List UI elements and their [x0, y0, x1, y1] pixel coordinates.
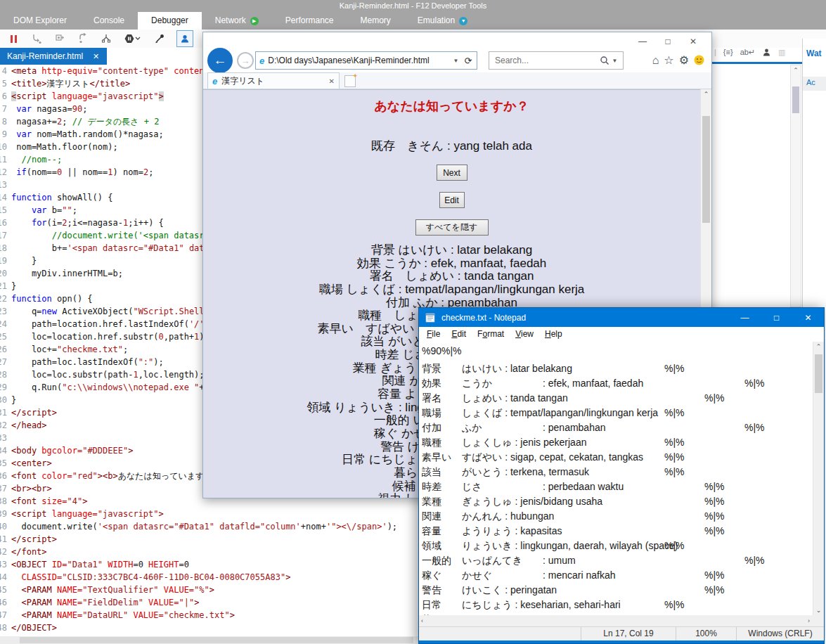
kanji-list-item: 職場 しょくば : tempat/lapangan/lingkungan ker…	[203, 283, 700, 297]
devtools-tab-memory[interactable]: Memory	[347, 12, 404, 30]
scrollbar-thumb[interactable]	[702, 116, 710, 223]
line-number: 14	[0, 191, 7, 204]
menu-edit[interactable]: Edit	[446, 327, 472, 342]
close-icon[interactable]: ✕	[329, 77, 335, 85]
editor-vertical-scrollbar[interactable]: ⌃	[790, 65, 801, 307]
scrollbar-thumb[interactable]	[20, 637, 413, 643]
add-watch-row[interactable]: Ac	[803, 77, 826, 91]
field-delimiter-marker: %|%	[704, 583, 725, 598]
chevron-right-icon[interactable]: ›	[808, 617, 810, 624]
maximize-icon[interactable]: □	[761, 308, 792, 327]
maximize-icon[interactable]: □	[655, 34, 680, 49]
address-text[interactable]: D:\Old days\Japanese\Kanji-Reminder.html	[264, 56, 451, 65]
row-kanji: 一般的	[422, 553, 451, 568]
field-delimiter-marker: %|%	[664, 435, 685, 450]
devtools-tab-bar: DOM ExplorerConsoleDebuggerNetwork▶Perfo…	[0, 12, 826, 30]
chevron-left-icon[interactable]: ‹	[421, 617, 423, 624]
next-button[interactable]: Next	[437, 165, 467, 181]
back-button[interactable]: ←	[207, 48, 233, 73]
row-kanji: 容量	[422, 524, 441, 539]
notepad-row: 背景はいけい : latar belakang%|%	[419, 361, 813, 376]
notepad-horizontal-scrollbar[interactable]: ‹ ›	[419, 615, 824, 626]
search-icon[interactable]	[600, 56, 609, 65]
search-box[interactable]: Search... ▼	[489, 51, 624, 70]
menu-file[interactable]: File	[421, 327, 446, 342]
row-kanji: 業種	[422, 494, 441, 509]
notepad-text-area[interactable]: %90%|% 背景はいけい : latar belakang%|%効果こうか: …	[419, 342, 813, 615]
notepad-row: 関連かんれん : hubungan%|%	[419, 509, 813, 524]
row-reading: しょくしゅ : jenis pekerjaan	[462, 435, 586, 450]
home-icon[interactable]: ⌂	[652, 54, 659, 67]
chevron-up-icon[interactable]: ⌃	[813, 343, 824, 350]
line-number: 32	[0, 419, 7, 432]
favorites-star-icon[interactable]: ☆	[664, 53, 673, 67]
field-delimiter-marker: %|%	[704, 568, 725, 583]
menu-format[interactable]: Format	[472, 327, 510, 342]
break-pause-icon[interactable]	[7, 32, 20, 45]
settings-gear-icon[interactable]: ⚙	[679, 53, 689, 67]
step-over-icon[interactable]	[53, 32, 66, 45]
chevron-up-icon[interactable]: ⌃	[791, 67, 801, 74]
forward-button[interactable]: →	[237, 52, 254, 69]
close-icon[interactable]: ✕	[680, 34, 706, 49]
line-number: 22	[0, 292, 7, 305]
search-placeholder[interactable]: Search...	[495, 56, 529, 65]
ie-quick-icons: ⌂ ☆ ⚙	[652, 53, 704, 67]
accent-underline	[712, 62, 802, 64]
line-number: 20	[0, 267, 7, 280]
devtools-tab-network[interactable]: Network▶	[202, 12, 272, 30]
devtools-tab-console[interactable]: Console	[80, 12, 138, 30]
line-number: 37	[0, 482, 7, 495]
edit-button[interactable]: Edit	[439, 192, 465, 208]
chevron-down-icon[interactable]: ⌄	[813, 607, 824, 614]
notepad-vertical-scrollbar[interactable]: ⌃ ⌄	[813, 342, 824, 615]
field-delimiter-marker: %|%	[704, 391, 725, 406]
new-tab-button[interactable]: ✦	[344, 75, 356, 87]
scrollbar-thumb[interactable]	[815, 354, 822, 393]
menu-help[interactable]: Help	[539, 327, 568, 342]
chevron-up-icon[interactable]: ⌃	[701, 91, 711, 98]
refres h-icon[interactable]: ⟳	[461, 56, 475, 66]
line-number: 18	[0, 242, 7, 255]
notepad-row: 素早いすばやい : sigap, cepat, cekatan, tangkas…	[419, 450, 813, 465]
step-out-icon[interactable]	[77, 32, 89, 45]
pin-source-icon[interactable]	[153, 32, 166, 45]
file-tab-kanji-reminder[interactable]: Kanji-Reminder.html ✕	[0, 48, 107, 65]
menu-view[interactable]: View	[510, 327, 539, 342]
minimize-icon[interactable]: —	[630, 34, 655, 49]
tab-label: Memory	[360, 12, 390, 30]
devtools-tab-dom-explorer[interactable]: DOM Explorer	[0, 12, 80, 30]
ie-tab-icon: e	[212, 77, 217, 86]
exception-settings-icon[interactable]	[123, 32, 143, 45]
line-number: 31	[0, 406, 7, 419]
field-delimiter-marker: %|%	[744, 420, 765, 435]
notepad-row: 時差じさ: perbedaan waktu%|%	[419, 479, 813, 494]
just-my-code-icon[interactable]	[176, 30, 193, 47]
minimize-icon[interactable]: —	[729, 308, 761, 327]
hide-all-button[interactable]: すべてを隠す	[415, 219, 489, 236]
file-tab-label: Kanji-Reminder.html	[7, 51, 83, 61]
break-on-new-worker-icon[interactable]	[100, 32, 112, 45]
line-number: 28	[0, 368, 7, 381]
kanji-list-item: 効果 こうか : efek, manfaat, faedah	[203, 257, 700, 271]
row-reading: しょくば : tempat/lapangan/lingkungan kerja	[462, 406, 658, 420]
field-delimiter-marker: %|%	[664, 450, 685, 465]
scrollbar-thumb[interactable]	[792, 86, 799, 113]
field-delimiter-marker: %|%	[744, 553, 765, 568]
chevron-down-icon[interactable]: ▼	[451, 58, 461, 64]
close-icon[interactable]: ✕	[93, 52, 99, 61]
browser-tab[interactable]: e 漢字リスト ✕	[207, 72, 340, 89]
smiley-feedback-icon[interactable]	[694, 55, 704, 65]
just-my-code-icon[interactable]	[762, 48, 771, 57]
line-number: 41	[0, 533, 7, 546]
word-wrap-icon[interactable]: ab↵	[740, 48, 755, 57]
address-bar[interactable]: e D:\Old days\Japanese\Kanji-Reminder.ht…	[255, 51, 477, 70]
continue-icon[interactable]	[30, 32, 43, 45]
field-delimiter-marker: %|%	[664, 406, 685, 420]
devtools-tab-performance[interactable]: Performance	[272, 12, 347, 30]
close-icon[interactable]: ✕	[792, 308, 824, 327]
pretty-print-icon[interactable]: {≡}	[723, 48, 733, 56]
chevron-down-icon[interactable]: ▼	[609, 58, 620, 64]
devtools-tab-emulation[interactable]: Emulation▼	[404, 12, 481, 30]
devtools-tab-debugger[interactable]: Debugger	[138, 12, 202, 30]
